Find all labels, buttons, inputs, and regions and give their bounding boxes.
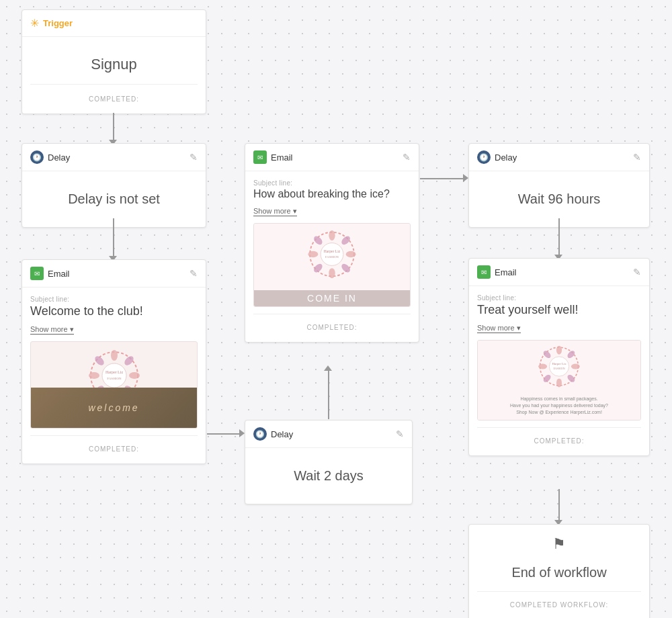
email1-header: ✉ Email ✎ <box>22 260 206 288</box>
email2-card: ✉ Email ✎ Subject line: How about breaki… <box>245 143 419 343</box>
delay2-label: Delay <box>271 429 293 439</box>
delay1-label: Delay <box>48 152 70 163</box>
delay3-value: Wait 96 hours <box>477 179 641 219</box>
delay2-edit-icon[interactable]: ✎ <box>396 429 404 439</box>
email3-header: ✉ Email ✎ <box>469 259 649 286</box>
end-completed: COMPLETED WORKFLOW: <box>477 596 641 611</box>
delay2-body: Wait 2 days <box>245 448 412 504</box>
delay1-edit-icon[interactable]: ✎ <box>190 152 198 163</box>
end-flag-icon: ⚑ <box>477 535 641 553</box>
email1-welcome-text: welcome <box>88 402 139 413</box>
delay1-clock-icon: 🕐 <box>30 150 44 164</box>
svg-point-9 <box>102 363 126 388</box>
trigger-header: ✳ Trigger <box>22 10 206 37</box>
svg-point-26 <box>556 378 562 387</box>
email2-show-more[interactable]: Show more ▾ <box>253 207 297 216</box>
svg-point-25 <box>556 345 562 354</box>
trigger-completed: COMPLETED: <box>30 90 198 105</box>
delay3-edit-icon[interactable]: ✎ <box>633 152 641 163</box>
delay3-label: Delay <box>495 152 517 163</box>
email3-label: Email <box>495 267 517 277</box>
svg-point-14 <box>329 268 335 278</box>
email2-header-left: ✉ Email <box>253 150 293 164</box>
svg-point-27 <box>538 363 547 369</box>
email2-header: ✉ Email ✎ <box>245 144 419 171</box>
email1-card: ✉ Email ✎ Subject line: Welcome to the c… <box>22 259 206 464</box>
end-label: End of workflow <box>477 557 641 586</box>
email1-header-left: ✉ Email <box>30 267 70 280</box>
delay1-value: Delay is not set <box>30 179 198 219</box>
delay1-header: 🕐 Delay ✎ <box>22 144 206 171</box>
svg-point-13 <box>329 230 335 240</box>
delay2-value: Wait 2 days <box>253 456 404 496</box>
email3-show-more[interactable]: Show more ▾ <box>477 324 521 333</box>
delay2-header: 🕐 Delay ✎ <box>245 421 412 448</box>
trigger-label: Trigger <box>43 18 73 28</box>
svg-point-15 <box>308 251 318 257</box>
email1-preview: Harper Liz FASHION welcome <box>30 341 198 429</box>
delay3-card: 🕐 Delay ✎ Wait 96 hours <box>468 143 650 228</box>
email2-completed: COMPLETED: <box>253 318 411 334</box>
email2-subject-label: Subject line: <box>253 179 411 187</box>
email2-edit-icon[interactable]: ✎ <box>403 152 411 163</box>
arrow-email1-delay2 <box>239 429 245 437</box>
svg-text:FASHION: FASHION <box>107 377 122 380</box>
svg-point-21 <box>321 242 343 265</box>
email2-body: Subject line: How about breaking the ice… <box>245 171 419 342</box>
email3-icon: ✉ <box>477 265 491 279</box>
svg-text:Harper Liz: Harper Liz <box>324 249 341 253</box>
svg-point-4 <box>129 372 140 379</box>
end-card: ⚑ End of workflow COMPLETED WORKFLOW: <box>468 524 650 618</box>
trigger-body: Signup COMPLETED: <box>22 37 206 114</box>
workflow-canvas: ✳ Trigger Signup COMPLETED: 🕐 Delay ✎ De… <box>0 0 672 618</box>
email1-completed: COMPLETED: <box>30 440 198 455</box>
svg-text:FASHION: FASHION <box>553 367 564 370</box>
connector-delay1-email1 <box>113 218 114 259</box>
trigger-card: ✳ Trigger Signup COMPLETED: <box>22 9 206 114</box>
delay3-clock-icon: 🕐 <box>477 150 491 164</box>
connector-email3-end <box>558 489 560 523</box>
email2-label: Email <box>271 152 293 163</box>
svg-point-33 <box>549 356 569 376</box>
email3-subject: Treat yourself well! <box>477 303 641 317</box>
email3-subject-label: Subject line: <box>477 294 641 302</box>
arrow-email2-delay3 <box>463 174 468 182</box>
email1-icon: ✉ <box>30 267 44 280</box>
trigger-star-icon: ✳ <box>30 17 39 30</box>
email3-card: ✉ Email ✎ Subject line: Treat yourself w… <box>468 258 650 456</box>
email2-preview: Harper Liz FASHION COME IN <box>253 223 411 307</box>
connector-email1-delay2-h <box>207 433 242 435</box>
delay1-card: 🕐 Delay ✎ Delay is not set <box>22 143 206 228</box>
svg-text:Harper Liz: Harper Liz <box>105 370 122 374</box>
delay2-header-left: 🕐 Delay <box>253 427 293 441</box>
email3-flower-svg: Harper Liz FASHION <box>538 345 581 388</box>
email3-edit-icon[interactable]: ✎ <box>633 267 641 277</box>
delay2-clock-icon: 🕐 <box>253 427 267 441</box>
connector-email2-delay3-h <box>420 178 466 179</box>
email3-sm-text: Happiness comes in small packages. Have … <box>483 392 635 419</box>
delay1-header-left: 🕐 Delay <box>30 150 70 164</box>
email1-chevron-icon: ▾ <box>70 325 74 334</box>
connector-delay3-email3 <box>558 218 560 257</box>
email3-header-left: ✉ Email <box>477 265 517 279</box>
email1-edit-icon[interactable]: ✎ <box>190 268 198 279</box>
svg-point-1 <box>111 350 118 361</box>
svg-point-16 <box>346 251 356 257</box>
email3-completed: COMPLETED: <box>477 432 641 447</box>
svg-point-3 <box>89 372 99 379</box>
end-body: ⚑ End of workflow COMPLETED WORKFLOW: <box>469 525 649 618</box>
delay3-header: 🕐 Delay ✎ <box>469 144 649 171</box>
email3-preview: Harper Liz FASHION Happiness comes in sm… <box>477 340 641 421</box>
email1-body: Subject line: Welcome to the club! Show … <box>22 288 206 464</box>
email3-body: Subject line: Treat yourself well! Show … <box>469 286 649 455</box>
email1-subject-label: Subject line: <box>30 296 198 303</box>
email2-come-in: COME IN <box>254 290 410 306</box>
connector-delay2-email2 <box>328 369 329 419</box>
email1-show-more[interactable]: Show more ▾ <box>30 325 74 335</box>
email1-label: Email <box>48 269 70 279</box>
svg-text:FASHION: FASHION <box>325 255 339 259</box>
email2-icon: ✉ <box>253 150 267 164</box>
email1-subject: Welcome to the club! <box>30 304 198 318</box>
email3-chevron-icon: ▾ <box>517 324 521 333</box>
arrow-delay2-email2 <box>324 365 332 371</box>
